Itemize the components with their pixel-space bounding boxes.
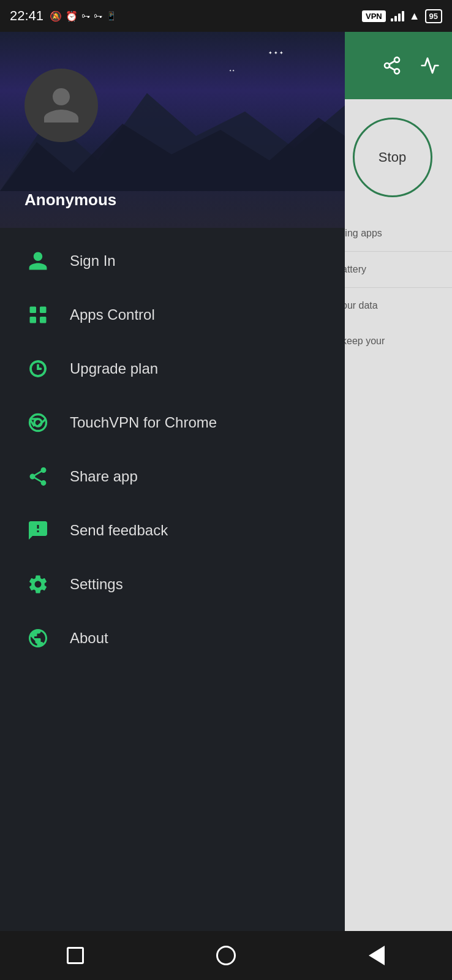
grid-icon [24, 301, 51, 328]
about-label: About [70, 630, 108, 647]
menu-item-about[interactable]: About [0, 611, 345, 665]
user-avatar[interactable] [24, 69, 98, 142]
svg-rect-9 [30, 317, 37, 323]
gear-icon [24, 571, 51, 598]
share-header-icon[interactable] [382, 56, 402, 75]
share-app-label: Share app [70, 468, 138, 485]
share-icon [24, 463, 51, 490]
content-text-3: our data [342, 300, 378, 311]
refresh-icon [24, 355, 51, 382]
back-button[interactable] [361, 940, 392, 971]
battery-level: 95 [429, 12, 438, 21]
chrome-icon [24, 409, 51, 436]
status-time: 22:41 [10, 8, 43, 24]
svg-line-3 [389, 67, 394, 70]
stars-decoration: ✦ ✦ ✦ [268, 50, 284, 56]
svg-rect-7 [30, 307, 37, 314]
menu-item-share-app[interactable]: Share app [0, 450, 345, 503]
key1-icon: 🗝 [81, 11, 90, 21]
username-label: Anonymous [24, 190, 116, 209]
main-header [333, 32, 452, 99]
globe-icon [24, 625, 51, 652]
recents-button[interactable] [60, 940, 91, 971]
person-icon [24, 247, 51, 274]
menu-item-sign-in[interactable]: Sign In [0, 234, 345, 288]
signal-bar-3 [398, 13, 401, 21]
svg-rect-10 [40, 317, 47, 323]
content-section-4: keep your [333, 323, 452, 359]
signal-bar-2 [394, 16, 397, 21]
menu-item-touchvpn-chrome[interactable]: TouchVPN for Chrome [0, 396, 345, 450]
key2-icon: 🗝 [94, 11, 102, 21]
content-text-1: ring apps [342, 228, 382, 238]
content-text-2: attery [342, 264, 366, 274]
content-text-4: keep your [342, 336, 385, 346]
content-section-3: our data [333, 288, 452, 323]
menu-item-apps-control[interactable]: Apps Control [0, 288, 345, 342]
drawer-header: ✦ ✦ ✦ ✦ ✦ Anonymous [0, 32, 345, 228]
menu-item-send-feedback[interactable]: Send feedback [0, 503, 345, 557]
signal-bar-4 [402, 11, 404, 21]
square-icon [67, 947, 84, 964]
signal-bar-1 [391, 18, 393, 21]
sign-in-label: Sign In [70, 252, 116, 270]
alarm-icon: ⏰ [66, 10, 78, 22]
touchvpn-chrome-label: TouchVPN for Chrome [70, 414, 217, 431]
battery-indicator: 95 [425, 9, 442, 23]
content-section-2: attery [333, 252, 452, 288]
chart-header-icon[interactable] [420, 56, 440, 75]
send-feedback-label: Send feedback [70, 522, 168, 539]
status-icons: 🔕 ⏰ 🗝 🗝 📱 [50, 10, 116, 22]
home-button[interactable] [211, 940, 241, 971]
signal-bars [391, 10, 404, 21]
nav-drawer: ✦ ✦ ✦ ✦ ✦ Anonymous Sign In [0, 32, 345, 980]
app-container: Stop ring apps attery our data keep your… [0, 32, 452, 980]
avatar-person-icon [40, 84, 83, 127]
menu-item-upgrade-plan[interactable]: Upgrade plan [0, 342, 345, 396]
settings-label: Settings [70, 576, 123, 593]
apps-control-label: Apps Control [70, 306, 155, 323]
vpn-badge: VPN [362, 10, 386, 22]
upgrade-plan-label: Upgrade plan [70, 360, 158, 377]
svg-rect-8 [40, 307, 47, 314]
mute-icon: 🔕 [50, 10, 62, 22]
content-section-1: ring apps [333, 216, 452, 252]
circle-icon [216, 946, 236, 965]
stop-button[interactable]: Stop [353, 118, 432, 197]
svg-line-4 [389, 61, 394, 64]
wifi-icon: ▲ [409, 10, 420, 23]
bottom-nav [0, 931, 452, 980]
status-bar: 22:41 🔕 ⏰ 🗝 🗝 📱 VPN ▲ 95 [0, 0, 452, 32]
drawer-menu: Sign In Apps Control [0, 228, 345, 980]
status-bar-right: VPN ▲ 95 [362, 9, 442, 23]
main-content: Stop ring apps attery our data keep your [333, 32, 452, 980]
stop-button-area: Stop [333, 99, 452, 216]
phone-icon: 📱 [106, 11, 116, 21]
feedback-icon [24, 517, 51, 544]
triangle-icon [369, 946, 385, 965]
stars-decoration2: ✦ ✦ [229, 69, 235, 72]
status-bar-left: 22:41 🔕 ⏰ 🗝 🗝 📱 [10, 8, 116, 24]
menu-item-settings[interactable]: Settings [0, 557, 345, 611]
